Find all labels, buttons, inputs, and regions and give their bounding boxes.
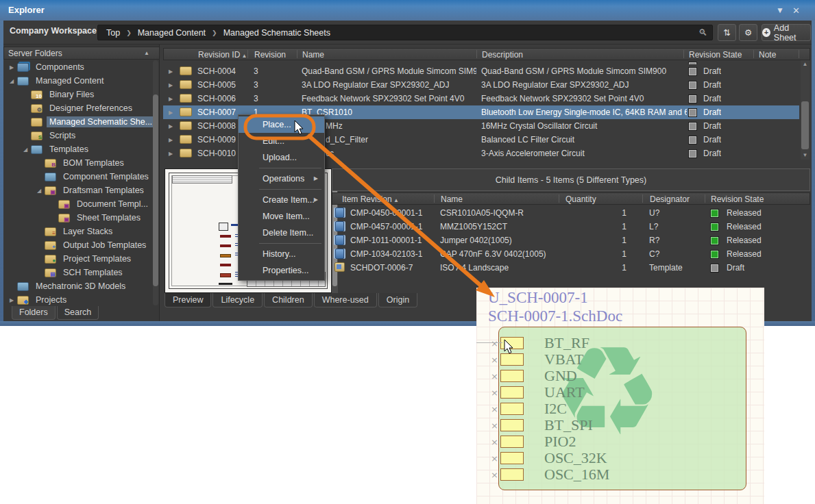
menu-item-upload[interactable]: Upload... <box>239 149 324 166</box>
row-expand-icon[interactable]: ▶ <box>169 82 173 88</box>
sidebar-item-managed-content[interactable]: ◢Managed Content <box>3 74 154 88</box>
child-row-schdot-0006-7[interactable]: SCHDOT-0006-7ISO A4 Landscape1TemplateDr… <box>332 261 810 275</box>
revisions-table-header[interactable]: Revision ID ▲RevisionNameDescriptionRevi… <box>163 48 810 60</box>
row-expand-icon[interactable]: ▶ <box>169 151 173 157</box>
sidebar-tab-search[interactable]: Search <box>57 306 99 320</box>
menu-item-create-item[interactable]: Create Item...▶ <box>239 192 324 208</box>
workspace-selector[interactable]: Company Workspace ▼ <box>10 26 105 36</box>
sidebar-item-templates[interactable]: ◢Templates <box>3 142 154 156</box>
row-expand-icon[interactable]: ▶ <box>169 110 173 116</box>
collapse-arrow-icon[interactable]: ▶ <box>8 64 16 71</box>
menu-item-edit[interactable]: Edit... <box>239 133 324 149</box>
menu-item-operations[interactable]: Operations▶ <box>239 171 324 187</box>
sidebar-item-output-job-templates[interactable]: +Output Job Templates <box>3 238 154 252</box>
table-row-sch-0005[interactable]: ▶SCH-000533A LDO Regulator Exar SPX29302… <box>163 78 799 92</box>
table-row-sch-0004[interactable]: ▶SCH-00043Quad-Band GSM / GPRS Module Si… <box>163 64 799 78</box>
row-expand-icon[interactable]: ▶ <box>169 96 173 102</box>
pin-connect-icon: × <box>491 420 500 431</box>
sidebar-item-sheet-templates[interactable]: ▣Sheet Templates <box>3 211 154 225</box>
breadcrumb-item[interactable]: Managed Content <box>138 28 206 38</box>
menu-item-delete-item[interactable]: Delete Item... <box>239 225 324 241</box>
expand-arrow-icon[interactable]: ◢ <box>35 188 43 194</box>
row-expand-icon[interactable]: ▶ <box>169 137 173 143</box>
breadcrumb[interactable]: Top❯Managed Content❯Managed Schematic Sh… <box>97 25 713 40</box>
search-icon[interactable]: 🔍︎ <box>698 27 707 38</box>
child-row-cmp-1011-00001-1[interactable]: CMP-1011-00001-1Jumper 0402(1005)1R?Rele… <box>332 234 810 247</box>
child-table-header[interactable]: Item Revision ▲NameQuantityDesignatorRev… <box>332 192 810 205</box>
folder-tree: ▶Components◢Managed Content10Binary File… <box>3 60 154 305</box>
tab-children[interactable]: Children <box>264 293 313 307</box>
sidebar-item-document-templ[interactable]: ▣Document Templ... <box>3 197 154 211</box>
pin-connect-icon: × <box>491 404 500 414</box>
crosshair-line <box>476 342 502 343</box>
menu-item-move-item[interactable]: Move Item... <box>239 208 324 225</box>
child-row-cmp-0450-00001-1[interactable]: CMP-0450-00001-1CSR1010A05-IQQM-R1U?Rele… <box>332 206 810 220</box>
scroll-thumb[interactable] <box>801 101 809 149</box>
quantity-cell: 1 <box>579 222 627 231</box>
template-icon <box>334 262 345 272</box>
expand-arrow-icon[interactable]: ◢ <box>8 78 16 84</box>
sidebar-item-projects[interactable]: ▶◆Projects <box>3 293 154 305</box>
collapse-arrow-icon[interactable]: ▶ <box>8 297 16 303</box>
child-column-header-revision-state[interactable]: Revision State <box>711 194 764 204</box>
designator-cell: Template <box>649 263 683 273</box>
description-cell: 3-Axis Accelerometer Circuit <box>481 149 687 158</box>
folder-blue-icon <box>17 282 29 291</box>
child-row-cmp-0457-00001-1[interactable]: CMP-0457-00001-1MMZ1005Y152CT1L?Released <box>332 220 810 234</box>
child-column-header-designator[interactable]: Designator <box>650 194 690 204</box>
sidebar-item-bom-templates[interactable]: BBOM Templates <box>3 156 154 170</box>
tab-origin[interactable]: Origin <box>378 293 417 307</box>
table-row-sch-0006[interactable]: ▶SCH-00063Feedback Network SPX29302 Set … <box>163 92 799 105</box>
sidebar-item-binary-files[interactable]: 10Binary Files <box>3 88 154 101</box>
column-divider <box>799 50 799 58</box>
sidebar-item-scripts[interactable]: SScripts <box>3 129 154 142</box>
scroll-up-icon[interactable]: ▲ <box>801 60 810 68</box>
sidebar-item-draftsman-templates[interactable]: ◢▣Draftsman Templates <box>3 184 154 197</box>
column-header-note[interactable]: Note <box>759 50 776 60</box>
sidebar-tab-folders[interactable]: Folders <box>12 306 56 320</box>
sidebar-item-mechatronic-3d-models[interactable]: Mechatronic 3D Models <box>3 279 154 293</box>
settings-button[interactable]: ⚙ <box>739 24 757 41</box>
titlebar-dropdown-icon[interactable]: ▼ <box>776 5 784 15</box>
sidebar-header[interactable]: Server Folders▲ <box>3 47 160 60</box>
designator-cell: U? <box>649 208 659 218</box>
expand-arrow-icon[interactable]: ◢ <box>21 147 29 153</box>
sheet-entry-box <box>500 403 524 415</box>
tab-preview[interactable]: Preview <box>165 293 211 307</box>
sidebar-scrollbar[interactable] <box>153 60 158 305</box>
sidebar-item-label: Scripts <box>47 130 78 141</box>
sidebar-item-project-templates[interactable]: ●Project Templates <box>3 252 154 266</box>
menu-item-history[interactable]: History... <box>239 246 324 262</box>
column-header-revision[interactable]: Revision <box>254 50 286 60</box>
sidebar-item-components[interactable]: ▶Components <box>3 60 154 74</box>
sidebar-item-layer-stacks[interactable]: ≡Layer Stacks <box>3 225 154 238</box>
child-row-cmp-1034-02103-1[interactable]: CMP-1034-02103-1CAP 470nF 6.3V 0402(1005… <box>332 247 810 261</box>
column-divider <box>683 50 684 58</box>
breadcrumb-item[interactable]: Top <box>106 28 120 38</box>
close-icon[interactable]: ✕ <box>792 5 800 16</box>
column-header-revision-id[interactable]: Revision ID ▲ <box>198 50 247 60</box>
row-expand-icon[interactable]: ▶ <box>169 68 173 75</box>
tab-lifecycle[interactable]: Lifecycle <box>212 293 263 307</box>
add-sheet-button[interactable]: +Add Sheet <box>762 24 811 41</box>
breadcrumb-item[interactable]: Managed Schematic Sheets <box>223 28 330 38</box>
child-column-header-quantity[interactable]: Quantity <box>565 194 596 204</box>
child-column-header-name[interactable]: Name <box>441 194 463 204</box>
sidebar-item-sch-templates[interactable]: ▤SCH Templates <box>3 266 154 279</box>
plus-icon: + <box>762 28 770 37</box>
sidebar-item-designer-preferences[interactable]: ⚙Designer Preferences <box>3 101 154 115</box>
row-expand-icon[interactable]: ▶ <box>169 123 173 129</box>
column-header-name[interactable]: Name <box>302 50 324 60</box>
column-header-revision-state[interactable]: Revision State <box>689 50 742 60</box>
scroll-down-icon[interactable]: ▼ <box>801 151 810 160</box>
table-scrollbar[interactable]: ▲ ▼ <box>801 60 810 160</box>
tab-where-used[interactable]: Where-used <box>314 293 377 307</box>
sidebar-item-component-templates[interactable]: Component Templates <box>3 170 154 184</box>
name-cell: 3A LDO Regulator Exar SPX29302_ADJ <box>302 80 476 90</box>
sync-button[interactable]: ⇅ <box>718 24 736 41</box>
menu-item-place[interactable]: Place... <box>239 116 324 133</box>
sidebar-item-managed-schematic-she[interactable]: Managed Schematic She... <box>3 115 154 129</box>
child-column-header-item-revision[interactable]: Item Revision ▲ <box>342 194 399 204</box>
menu-item-properties[interactable]: Properties... <box>239 262 324 279</box>
column-header-description[interactable]: Description <box>482 50 523 60</box>
